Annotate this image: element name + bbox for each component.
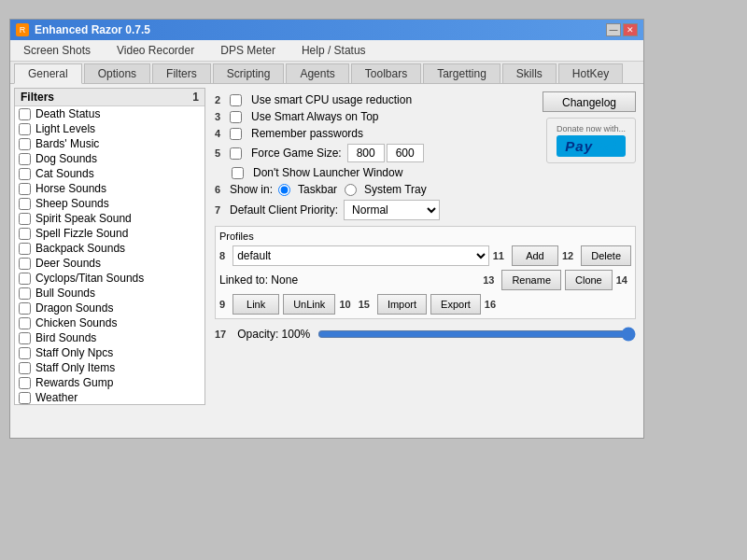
checkbox-sheep-sounds[interactable] [19,198,31,210]
profiles-select[interactable]: default [233,245,489,266]
label-weather: Weather [35,391,78,404]
checkbox-chicken-sounds[interactable] [19,317,31,329]
radio-group-show-in: Taskbar System Tray [278,183,427,196]
checkbox-death-status[interactable] [19,108,31,120]
label-smart-cpu[interactable]: Use smart CPU usage reduction [251,93,412,106]
checkbox-cyclops-titan-sounds[interactable] [19,273,31,285]
filter-item-cat-sounds[interactable]: Cat Sounds [15,166,204,181]
label-smart-always[interactable]: Use Smart Always on Top [251,110,379,123]
checkbox-backpack-sounds[interactable] [19,243,31,255]
tab-general[interactable]: General [14,63,82,84]
clone-button[interactable]: Clone [565,270,613,290]
force-height-input[interactable] [387,144,424,162]
force-width-input[interactable] [347,144,385,162]
radio-system-tray[interactable] [345,184,357,196]
paypal-logo-pal: Pal [593,138,617,154]
checkbox-dont-show-launcher[interactable] [232,167,244,179]
filter-item-rewards-gump[interactable]: Rewards Gump [15,375,204,390]
delete-button[interactable]: Delete [581,245,631,266]
add-button[interactable]: Add [512,245,558,266]
label-force-game-size[interactable]: Force Game Size: [251,147,342,160]
label-dog-sounds: Dog Sounds [35,152,97,165]
option-row-5: 5 Force Game Size: [215,142,535,164]
filter-item-staff-only-items[interactable]: Staff Only Items [15,360,204,375]
label-remember-passwords[interactable]: Remember passwords [251,127,363,140]
checkbox-remember-passwords[interactable] [230,128,242,140]
label-system-tray[interactable]: System Tray [364,183,427,196]
checkbox-deer-sounds[interactable] [19,258,31,270]
filter-item-weather[interactable]: Weather [15,390,204,405]
filter-item-dragon-sounds[interactable]: Dragon Sounds [15,301,204,315]
checkbox-weather[interactable] [19,392,31,404]
checkbox-cat-sounds[interactable] [19,168,31,180]
filter-item-bards-music[interactable]: Bards' Music [15,136,204,151]
right-side: Changelog Donate now with... PayPal [543,91,636,222]
tab-filters[interactable]: Filters [152,63,211,83]
tab-toolbars[interactable]: Toolbars [351,63,421,83]
tab-skills[interactable]: Skills [502,63,557,83]
tab-hotkey[interactable]: HotKey [558,63,623,83]
menu-help-status[interactable]: Help / Status [289,42,379,59]
filter-item-death-status[interactable]: Death Status [15,106,204,121]
filter-item-cyclops-titan-sounds[interactable]: Cyclops/Titan Sounds [15,271,204,286]
import-button[interactable]: Import [377,294,427,315]
checkbox-horse-sounds[interactable] [19,183,31,195]
main-window: R Enhanced Razor 0.7.5 — ✕ Screen Shots … [9,19,644,439]
menu-video-recorder[interactable]: Video Recorder [104,42,207,59]
label-staff-only-items: Staff Only Items [35,361,115,374]
filter-item-light-levels[interactable]: Light Levels [15,121,204,136]
tab-agents[interactable]: Agents [286,63,348,83]
label-spell-fizzle-sound: Spell Fizzle Sound [35,227,128,240]
opacity-slider[interactable] [317,327,636,342]
checkbox-bird-sounds[interactable] [19,332,31,344]
filter-item-backpack-sounds[interactable]: Backpack Sounds [15,241,204,256]
checkbox-spell-fizzle-sound[interactable] [19,228,31,240]
filter-item-bull-sounds[interactable]: Bull Sounds [15,286,204,301]
checkbox-bull-sounds[interactable] [19,287,31,300]
checkbox-light-levels[interactable] [19,123,31,135]
tab-options[interactable]: Options [84,63,150,83]
filter-item-staff-only-npcs[interactable]: Staff Only Npcs [15,345,204,360]
menu-dps-meter[interactable]: DPS Meter [207,42,289,59]
label-horse-sounds: Horse Sounds [35,182,106,195]
label-bird-sounds: Bird Sounds [35,331,96,344]
checkbox-dog-sounds[interactable] [19,153,31,165]
export-button[interactable]: Export [430,294,481,315]
tab-scripting[interactable]: Scripting [213,63,285,83]
menu-screen-shots[interactable]: Screen Shots [10,42,104,59]
right-options: 2 Use smart CPU usage reduction 3 Use Sm… [215,91,535,222]
close-button[interactable]: ✕ [623,23,638,36]
filter-item-bird-sounds[interactable]: Bird Sounds [15,330,204,345]
checkbox-force-game-size[interactable] [230,147,242,160]
checkbox-staff-only-items[interactable] [19,362,31,374]
rename-button[interactable]: Rename [501,270,561,290]
checkbox-bards-music[interactable] [19,138,31,150]
minimize-button[interactable]: — [606,23,621,36]
filter-item-spirit-speak-sound[interactable]: Spirit Speak Sound [15,211,204,226]
checkbox-spirit-speak-sound[interactable] [19,213,31,225]
changelog-button[interactable]: Changelog [543,91,636,112]
option-row-7: 7 Default Client Priority: Low Normal Hi… [215,198,535,222]
checkbox-smart-always[interactable] [230,111,242,123]
priority-select[interactable]: Low Normal High AboveNormal BelowNormal … [344,200,440,220]
filter-item-sheep-sounds[interactable]: Sheep Sounds [15,196,204,211]
radio-taskbar[interactable] [278,184,290,196]
app-icon: R [16,23,29,36]
label-taskbar[interactable]: Taskbar [298,183,337,196]
label-dont-show-launcher[interactable]: Don't Show Launcher Window [253,166,402,179]
checkbox-staff-only-npcs[interactable] [19,347,31,359]
checkbox-rewards-gump[interactable] [19,377,31,389]
filter-item-horse-sounds[interactable]: Horse Sounds [15,181,204,196]
link-button[interactable]: Link [233,294,279,315]
filter-item-dog-sounds[interactable]: Dog Sounds [15,151,204,166]
checkbox-dragon-sounds[interactable] [19,302,31,315]
unlink-button[interactable]: UnLink [283,294,335,315]
profiles-num8: 8 [219,250,225,261]
filter-item-spell-fizzle-sound[interactable]: Spell Fizzle Sound [15,226,204,241]
profiles-section: Profiles 8 default 11 Add 12 Delete Link… [215,226,636,319]
filter-item-deer-sounds[interactable]: Deer Sounds [15,256,204,271]
filter-item-chicken-sounds[interactable]: Chicken Sounds [15,315,204,330]
checkbox-smart-cpu[interactable] [230,94,242,106]
opacity-label: Opacity: 100% [237,328,310,341]
tab-targetting[interactable]: Targetting [423,63,500,83]
